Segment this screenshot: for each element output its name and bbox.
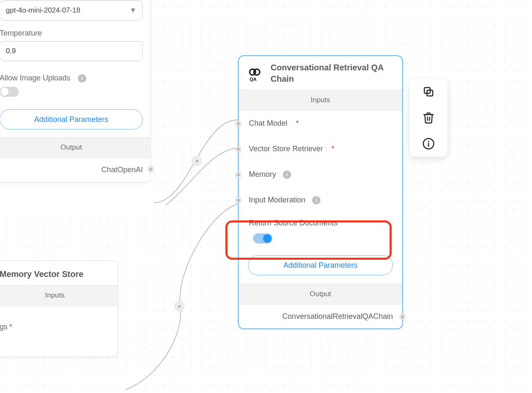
return-source-documents-row: Return Source Documents [239, 213, 402, 249]
inputs-section-header: Inputs [0, 285, 118, 306]
qa-chain-icon: QA [246, 65, 263, 82]
conversational-retrieval-qa-node[interactable]: QA Conversational Retrieval QA Chain Inp… [238, 55, 403, 329]
delete-button[interactable] [421, 111, 436, 125]
qa-additional-parameters-label: Additional Parameters [283, 261, 357, 270]
moderation-port[interactable] [236, 198, 241, 203]
gs-label: gs [0, 323, 8, 331]
output-section-header: Output [0, 137, 150, 158]
model-select[interactable]: gpt-4o-mini-2024-07-18 ▼ [0, 0, 143, 21]
node-toolbar [410, 79, 447, 157]
input-moderation-label: Input Moderation [249, 196, 305, 204]
qa-node-title: Conversational Retrieval QA Chain [271, 62, 395, 85]
memory-label: Memory [249, 170, 276, 179]
svg-point-5 [428, 141, 429, 142]
qa-output-row: ConversationalRetrievalQAChain [239, 305, 402, 328]
temperature-input[interactable]: 0.9 [0, 41, 143, 61]
required-asterisk: * [330, 145, 334, 153]
allow-image-uploads-label: Allow Image Uploads [0, 74, 70, 83]
chat-model-port[interactable] [236, 121, 241, 126]
temperature-value: 0.9 [6, 47, 16, 55]
chat-openai-node[interactable]: gpt-4o-mini-2024-07-18 ▼ Temperature 0.9… [0, 0, 151, 182]
gs-input-row: gs* [0, 306, 118, 357]
memory-vector-store-title: Memory Vector Store [0, 261, 118, 285]
chevron-down-icon: ▼ [129, 6, 137, 15]
qa-additional-parameters-button[interactable]: Additional Parameters [248, 255, 393, 275]
edge-remove-button[interactable]: × [192, 156, 202, 166]
required-asterisk: * [8, 323, 12, 331]
chat-model-label: Chat Model [249, 119, 287, 128]
info-icon[interactable]: i [283, 171, 291, 179]
temperature-label: Temperature [0, 29, 143, 38]
chat-model-input-row: Chat Model* [239, 111, 402, 136]
additional-parameters-button[interactable]: Additional Parameters [0, 109, 143, 129]
additional-parameters-label: Additional Parameters [34, 115, 108, 124]
memory-input-row: Memory i [239, 162, 402, 187]
allow-image-uploads-toggle[interactable] [0, 87, 19, 97]
output-port[interactable] [148, 167, 153, 172]
return-source-documents-toggle[interactable] [253, 233, 272, 243]
return-source-documents-label: Return Source Documents [249, 219, 338, 228]
canvas[interactable]: × × gpt-4o-mini-2024-07-18 ▼ Temperature… [0, 0, 532, 393]
copy-button[interactable] [421, 85, 436, 99]
model-select-value: gpt-4o-mini-2024-07-18 [6, 6, 80, 15]
input-moderation-row: Input Moderation i [239, 187, 402, 213]
qa-output-label: ConversationalRetrievalQAChain [282, 312, 393, 321]
memory-port[interactable] [236, 172, 241, 177]
info-button[interactable] [421, 137, 436, 151]
qa-output-header: Output [239, 284, 402, 305]
svg-text:QA: QA [250, 77, 257, 82]
vector-store-port[interactable] [236, 147, 241, 152]
qa-output-port[interactable] [400, 314, 405, 319]
output-label: ChatOpenAI [101, 165, 143, 174]
vector-store-label: Vector Store Retriever [249, 145, 323, 153]
info-icon[interactable]: i [312, 196, 320, 204]
required-asterisk: * [294, 119, 299, 128]
memory-vector-store-node[interactable]: Memory Vector Store Inputs gs* [0, 261, 118, 357]
output-row: ChatOpenAI [0, 158, 150, 182]
info-icon[interactable]: i [78, 74, 86, 83]
vector-store-input-row: Vector Store Retriever* [239, 136, 402, 162]
qa-inputs-header: Inputs [239, 90, 402, 111]
edge-remove-button[interactable]: × [174, 301, 184, 311]
